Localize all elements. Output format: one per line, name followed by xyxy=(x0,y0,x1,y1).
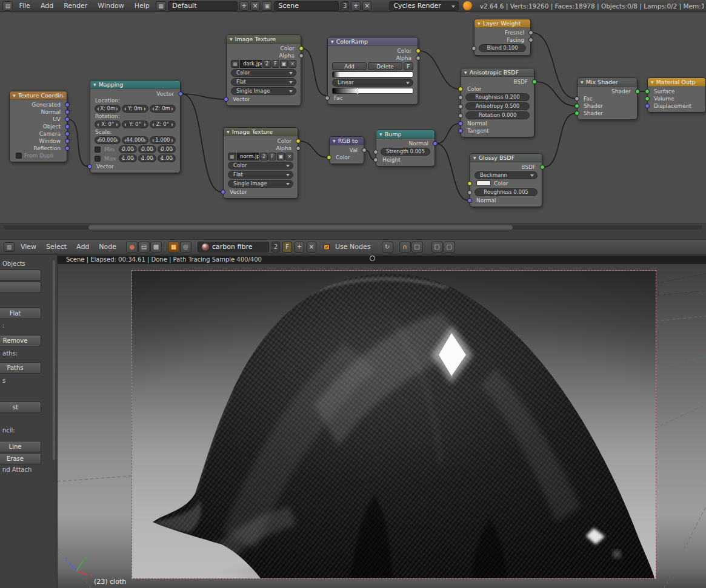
viewport-3d[interactable]: Scene | Elapsed: 00:34.61 | Done | Path … xyxy=(0,254,706,588)
open-image-icon[interactable]: ▣ xyxy=(280,60,288,68)
render-engine-dropdown[interactable]: Cycles Render xyxy=(389,1,459,11)
socket-color-input[interactable] xyxy=(327,155,331,160)
distribution-dropdown[interactable]: Beckmann xyxy=(475,171,538,179)
gp-line-button[interactable]: Line xyxy=(0,441,41,452)
collapse-icon[interactable]: ▼ xyxy=(478,21,481,25)
editor-type-icon[interactable]: ▥ xyxy=(4,242,15,252)
tool-button-partial[interactable] xyxy=(0,282,41,293)
menu-node[interactable]: Node xyxy=(95,239,120,254)
socket-color-input[interactable] xyxy=(467,181,472,186)
node-header[interactable]: ▼Anisotropic BSDF xyxy=(461,68,534,77)
scale-y-field[interactable]: 44.000 xyxy=(122,136,148,144)
scene-selector[interactable]: Scene xyxy=(274,1,339,11)
socket-val-output[interactable] xyxy=(362,148,367,153)
socket-shader2-input[interactable] xyxy=(574,111,579,116)
node-image-texture-norm[interactable]: ▼Image Texture Color Alpha ▦ norm.jpg 2 … xyxy=(223,127,298,199)
roughness-field[interactable]: Roughness 0.005 xyxy=(475,188,538,196)
socket-vector-output[interactable] xyxy=(178,91,183,96)
rotation-z-field[interactable]: Z: 0° xyxy=(150,121,176,128)
socket-color-input[interactable] xyxy=(458,87,463,91)
min-z-field[interactable]: 0.00 xyxy=(158,145,176,153)
node-mapping[interactable]: ▼Mapping Vector Location: X: 0m Y: 0m Z:… xyxy=(90,80,181,173)
node-bump[interactable]: ▼Bump Normal Strength 0.005 Height xyxy=(376,130,435,167)
object-shader-icon[interactable]: ■ xyxy=(168,242,179,253)
source-dropdown[interactable]: Single Image xyxy=(231,87,296,95)
interpolation-dropdown[interactable]: Linear xyxy=(332,79,413,87)
image-users-badge[interactable]: 2 xyxy=(260,153,268,160)
anisotropy-field[interactable]: Anisotropy 0.500 xyxy=(465,102,530,110)
socket-object-output[interactable] xyxy=(65,124,70,129)
socket-roughness-input[interactable] xyxy=(467,190,472,195)
ramp-handle[interactable] xyxy=(357,88,358,94)
menu-add[interactable]: Add xyxy=(36,0,58,12)
close-layout-button[interactable]: × xyxy=(250,1,260,11)
socket-fac-input[interactable] xyxy=(325,96,330,101)
rotation-y-field[interactable]: Y: 0° xyxy=(122,121,148,128)
editor-type-icon[interactable]: ▤ xyxy=(2,1,13,11)
roughness-field[interactable]: Roughness 0.200 xyxy=(465,93,530,101)
socket-camera-output[interactable] xyxy=(65,131,70,136)
socket-vector-input[interactable] xyxy=(224,97,228,102)
image-name[interactable]: norm.jpg xyxy=(237,153,259,160)
menu-add[interactable]: Add xyxy=(73,239,93,254)
close-scene-button[interactable]: × xyxy=(362,1,372,11)
node-anisotropic-bsdf[interactable]: ▼Anisotropic BSDF BSDF Color Roughness 0… xyxy=(461,68,534,137)
shader-nodes-icon[interactable]: ● xyxy=(126,242,138,253)
ramp-add-button[interactable]: Add xyxy=(332,62,367,70)
socket-bsdf-output[interactable] xyxy=(532,79,537,84)
socket-vector-input[interactable] xyxy=(87,164,92,169)
from-dupli-checkbox[interactable] xyxy=(16,153,22,159)
image-browse-icon[interactable]: ▦ xyxy=(231,60,239,68)
max-z-field[interactable]: 1.00 xyxy=(158,154,176,162)
node-rgb-to-bw[interactable]: ▼RGB to Val Color xyxy=(329,136,364,164)
socket-surface-input[interactable] xyxy=(645,89,650,94)
add-layout-button[interactable]: + xyxy=(239,1,249,11)
node-header[interactable]: ▼Texture Coordinat xyxy=(10,91,67,100)
use-nodes-checkbox[interactable]: ✓ xyxy=(324,244,330,250)
socket-displacement-input[interactable] xyxy=(645,104,650,108)
use-nodes-toggle[interactable]: ✓ Use Nodes xyxy=(324,243,371,251)
unlink-image-button[interactable]: × xyxy=(288,60,296,68)
scrollbar-thumb[interactable] xyxy=(88,225,513,230)
socket-fac-input[interactable] xyxy=(574,96,579,101)
strength-field[interactable]: Strength 0.005 xyxy=(381,148,430,156)
snap-magnet-icon[interactable]: ∩ xyxy=(399,242,411,253)
compositing-nodes-icon[interactable]: ▤ xyxy=(138,242,150,253)
screen-layout-icon[interactable]: ▦ xyxy=(156,1,166,11)
color-swatch[interactable] xyxy=(476,180,491,186)
node-header[interactable]: ▼Layer Weight xyxy=(475,19,530,28)
open-image-icon[interactable]: ▣ xyxy=(277,153,285,160)
color-space-dropdown[interactable]: Color xyxy=(231,69,296,77)
rotation-x-field[interactable]: X: 0° xyxy=(95,121,121,128)
paste-nodes-icon[interactable]: □ xyxy=(444,242,455,253)
snap-element-dropdown[interactable]: □ xyxy=(411,242,423,253)
location-z-field[interactable]: Z: 0m xyxy=(150,105,176,113)
projection-dropdown[interactable]: Flat xyxy=(228,171,293,179)
menu-window[interactable]: Window xyxy=(93,0,128,12)
menu-help[interactable]: Help xyxy=(130,0,154,12)
collapse-icon[interactable]: ▼ xyxy=(651,80,654,84)
menu-view[interactable]: View xyxy=(17,239,40,254)
node-glossy-bsdf[interactable]: ▼Glossy BSDF BSDF Beckmann Color Roughne… xyxy=(470,153,542,207)
socket-height-input[interactable] xyxy=(373,157,378,162)
node-material-output[interactable]: ▼Material Outp Surface Volume Displaceme… xyxy=(647,78,706,113)
socket-normal-input[interactable] xyxy=(467,198,472,203)
socket-normal-output[interactable] xyxy=(433,141,438,146)
node-header[interactable]: ▼RGB to xyxy=(330,137,364,145)
node-header[interactable]: ▼Image Texture xyxy=(227,35,301,44)
scale-z-field[interactable]: 1.000 xyxy=(150,136,176,144)
location-x-field[interactable]: X: 0m xyxy=(95,105,121,113)
socket-fresnel-output[interactable] xyxy=(528,30,533,35)
projection-dropdown[interactable]: Flat xyxy=(231,78,296,86)
blend-field[interactable]: Blend 0.100 xyxy=(479,44,526,52)
socket-normal-output[interactable] xyxy=(65,110,70,114)
image-browse-icon[interactable]: ▦ xyxy=(228,153,236,160)
repeat-last-button[interactable]: st xyxy=(0,401,41,413)
ramp-fake-user-button[interactable]: F xyxy=(404,62,413,70)
socket-alpha-output[interactable] xyxy=(299,53,304,58)
fake-user-button[interactable]: F xyxy=(282,242,292,253)
node-header[interactable]: ▼Mix Shader xyxy=(578,78,637,87)
texture-nodes-icon[interactable]: ▩ xyxy=(150,242,162,253)
socket-vector-input[interactable] xyxy=(221,190,225,194)
socket-shader-output[interactable] xyxy=(635,89,640,94)
